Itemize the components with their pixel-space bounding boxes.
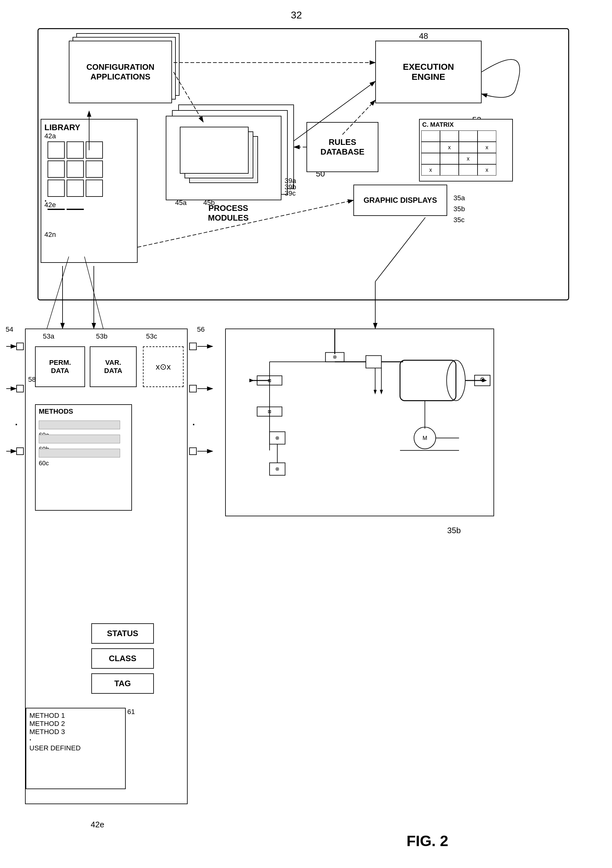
fig2-label: FIG. 2 xyxy=(406,832,448,849)
c-matrix-grid: x x x x x xyxy=(421,130,496,175)
lib-sq-9 xyxy=(86,180,103,197)
cell-2-2: x xyxy=(459,153,478,164)
cell-3-0: x xyxy=(421,164,440,175)
config-apps-label: CONFIGURATIONAPPLICATIONS xyxy=(86,62,155,82)
connector-sq-3 xyxy=(16,448,24,455)
cell-1-2 xyxy=(459,142,478,153)
rules-db-box: RULESDATABASE xyxy=(306,122,379,172)
tag-box: TAG xyxy=(91,673,154,694)
cell-2-3 xyxy=(478,153,496,164)
label-60c: 60c xyxy=(39,460,49,467)
method-list-2: METHOD 2 xyxy=(29,720,122,728)
library-label: LIBRARY xyxy=(45,122,80,132)
cell-1-1: x xyxy=(440,142,459,153)
cell-3-3: x xyxy=(478,164,496,175)
svg-text:⊠: ⊠ xyxy=(268,378,272,383)
label-53a: 53a xyxy=(43,332,54,341)
cell-2-0 xyxy=(421,153,440,164)
lib-sq-10 xyxy=(48,209,65,210)
lib-sq-2 xyxy=(66,141,84,159)
piping-diagram-svg: ⊗ ⊗ M xyxy=(226,329,493,516)
cell-1-3: x xyxy=(478,142,496,153)
class-label: CLASS xyxy=(109,654,136,663)
lib-sq-4 xyxy=(48,161,65,178)
icon-symbol: x⊙x xyxy=(156,362,171,372)
cell-3-2 xyxy=(459,164,478,175)
proc-paper-1 xyxy=(166,116,281,200)
connector-sq-r3 xyxy=(189,448,197,455)
label-42e-bottom: 42e xyxy=(91,820,104,829)
library-box: LIBRARY 42a · 42e 42n xyxy=(41,119,138,263)
label-45a: 45a xyxy=(175,199,187,207)
lib-sq-5 xyxy=(66,161,84,178)
exec-engine-label: EXECUTIONENGINE xyxy=(403,62,454,82)
var-data-box: VAR.DATA xyxy=(90,346,137,387)
label-48: 48 xyxy=(419,31,428,41)
svg-marker-27 xyxy=(249,378,254,382)
lib-sq-11 xyxy=(66,209,84,210)
status-box: STATUS xyxy=(91,623,154,644)
cell-0-1 xyxy=(440,130,459,142)
label-56: 56 xyxy=(197,326,204,333)
svg-marker-9 xyxy=(380,390,383,395)
svg-rect-4 xyxy=(366,355,382,368)
method-line-60b xyxy=(39,435,120,443)
label-35b-main: 35b xyxy=(453,205,465,213)
var-data-label: VAR.DATA xyxy=(104,359,122,375)
icon-box-53c: x⊙x xyxy=(143,346,184,387)
label-42a: 42a xyxy=(45,132,56,140)
svg-marker-7 xyxy=(374,390,377,395)
cell-1-0 xyxy=(421,142,440,153)
cell-0-0 xyxy=(421,130,440,142)
graphic-displays-label: GRAPHIC DISPLAYS xyxy=(363,196,437,205)
rules-db-label: RULESDATABASE xyxy=(320,137,365,157)
label-35b-detail: 35b xyxy=(447,526,461,535)
svg-text:M: M xyxy=(422,435,427,441)
class-box: CLASS xyxy=(91,648,154,669)
method-list-3: METHOD 3 xyxy=(29,728,122,736)
c-matrix-label: C. MATRIX xyxy=(422,121,454,128)
status-label: STATUS xyxy=(107,629,138,638)
label-35c: 35c xyxy=(453,216,464,224)
label-61: 61 xyxy=(127,708,135,716)
method-list-1: METHOD 1 xyxy=(29,711,122,720)
label-35a: 35a xyxy=(453,194,465,202)
svg-text:⊗: ⊗ xyxy=(333,354,337,360)
label-42e-lib: 42e xyxy=(45,201,56,209)
connector-sq-1 xyxy=(16,343,24,350)
method-line-60a xyxy=(39,420,120,429)
label-42n: 42n xyxy=(45,231,56,239)
graphic-displays-box: GRAPHIC DISPLAYS xyxy=(353,184,447,216)
cell-3-1 xyxy=(440,164,459,175)
connector-sq-r2 xyxy=(189,385,197,392)
lib-sq-6 xyxy=(86,161,103,178)
methods-label: METHODS xyxy=(39,408,73,415)
connector-sq-r1 xyxy=(189,343,197,350)
lib-sq-8 xyxy=(66,180,84,197)
proc-modules-label: PROCESSMODULES xyxy=(175,203,281,223)
method-line-60c xyxy=(39,449,120,457)
module-detail-box: PERM.DATA VAR.DATA x⊙x 53a 53b 53c METHO… xyxy=(25,329,188,804)
label-45b: 45b xyxy=(203,199,215,207)
label-58: 58 xyxy=(28,375,36,384)
lib-sq-1 xyxy=(48,141,65,159)
method-list-dots: · xyxy=(29,736,122,744)
dots-left: · xyxy=(15,419,17,430)
page: 32 38 CONFIGURATIONAPPLICATIONS 48 EXECU… xyxy=(0,0,612,868)
svg-text:⊗: ⊗ xyxy=(275,466,279,471)
connector-sq-2 xyxy=(16,385,24,392)
library-grid xyxy=(48,141,103,197)
lib-sq-3 xyxy=(86,141,103,159)
lib-sq-7 xyxy=(48,180,65,197)
perm-data-box: PERM.DATA xyxy=(35,346,85,387)
label-53b: 53b xyxy=(96,332,108,341)
method-list-user: USER DEFINED xyxy=(29,744,122,752)
cell-2-1 xyxy=(440,153,459,164)
dots-right: · xyxy=(192,419,195,430)
method-list-box: METHOD 1 METHOD 2 METHOD 3 · USER DEFINE… xyxy=(26,708,126,789)
exec-engine-box: EXECUTIONENGINE xyxy=(375,41,482,103)
perm-data-label: PERM.DATA xyxy=(49,359,71,375)
cell-0-3 xyxy=(478,130,496,142)
tag-label: TAG xyxy=(114,679,131,688)
proc-inner-1 xyxy=(180,127,249,174)
